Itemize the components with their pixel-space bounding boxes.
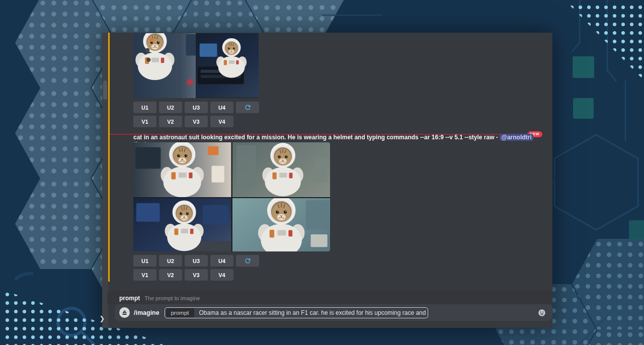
emoji-picker-button[interactable] xyxy=(537,308,546,317)
slash-command-name: /imagine xyxy=(134,309,159,316)
highlight-bar xyxy=(108,33,110,282)
generated-image[interactable] xyxy=(196,33,259,98)
v3-button[interactable]: V3 xyxy=(185,269,208,281)
slash-command-hint[interactable]: prompt The prompt to imagine xyxy=(119,295,200,302)
option-label: prompt xyxy=(166,308,194,317)
reroll-button[interactable] xyxy=(236,255,259,267)
generated-image-pair[interactable] xyxy=(133,33,259,98)
u4-button[interactable]: U4 xyxy=(210,255,233,267)
discord-chat-window: ❯ xyxy=(102,33,552,328)
generated-image[interactable] xyxy=(133,142,231,197)
teal-square-decor xyxy=(629,220,644,239)
generated-image[interactable] xyxy=(133,198,231,251)
sailboat-icon xyxy=(121,309,128,316)
u2-button[interactable]: U2 xyxy=(159,255,182,267)
v1-button[interactable]: V1 xyxy=(133,269,156,281)
teal-square-decor xyxy=(573,98,594,119)
generated-image[interactable] xyxy=(232,142,331,197)
teal-square-decor xyxy=(573,56,594,78)
v4-button[interactable]: V4 xyxy=(210,116,233,127)
refresh-icon xyxy=(244,257,252,265)
smiley-icon xyxy=(537,308,546,317)
expand-chevron-icon[interactable]: ❯ xyxy=(98,314,106,323)
message1-variation-row: V1 V2 V3 V4 xyxy=(133,116,233,127)
v1-button[interactable]: V1 xyxy=(133,116,156,127)
v2-button[interactable]: V2 xyxy=(159,269,182,281)
u3-button[interactable]: U3 xyxy=(185,255,208,267)
message1-upscale-row: U1 U2 U3 U4 xyxy=(133,102,259,113)
reroll-button[interactable] xyxy=(236,102,259,113)
hint-option-name: prompt xyxy=(119,295,140,302)
user-mention[interactable]: @arnoldtri xyxy=(500,134,533,141)
u2-button[interactable]: U2 xyxy=(159,102,182,113)
generated-image[interactable] xyxy=(232,198,331,251)
v4-button[interactable]: V4 xyxy=(210,269,233,281)
u3-button[interactable]: U3 xyxy=(185,102,208,113)
u1-button[interactable]: U1 xyxy=(133,102,156,113)
dash: - xyxy=(496,134,498,141)
hint-option-description: The prompt to imagine xyxy=(144,295,200,301)
generated-image[interactable] xyxy=(133,33,196,98)
option-value-text[interactable]: Obama as a nascar racer sitting in an F1… xyxy=(199,309,428,316)
scrollbar-thumb[interactable] xyxy=(103,80,107,100)
v2-button[interactable]: V2 xyxy=(159,116,182,127)
message2-upscale-row: U1 U2 U3 U4 xyxy=(133,255,259,267)
u1-button[interactable]: U1 xyxy=(133,255,156,267)
message-input[interactable]: /imagine prompt Obama as a nascar racer … xyxy=(115,304,552,321)
message2-variation-row: V1 V2 V3 V4 xyxy=(133,269,233,281)
u4-button[interactable]: U4 xyxy=(210,102,233,113)
midjourney-avatar xyxy=(119,307,130,318)
v3-button[interactable]: V3 xyxy=(185,116,208,127)
collapsed-sidebar-strip xyxy=(102,33,108,328)
prompt-option-field[interactable]: prompt Obama as a nascar racer sitting i… xyxy=(165,307,428,318)
prompt-text: cat in an astronaut suit looking excited… xyxy=(133,134,495,141)
screen: ❯ xyxy=(0,0,644,345)
refresh-icon xyxy=(244,104,252,111)
generated-image-grid[interactable] xyxy=(133,142,330,251)
